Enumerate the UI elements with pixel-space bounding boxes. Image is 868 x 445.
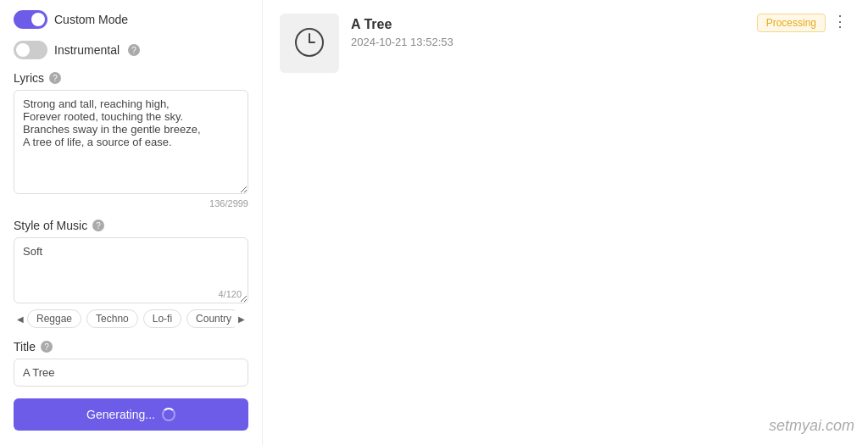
song-thumbnail xyxy=(280,14,339,73)
clock-icon xyxy=(294,27,325,60)
style-area-wrapper: 4/120 xyxy=(14,237,248,306)
instrumental-toggle[interactable] xyxy=(14,41,47,59)
instrumental-help-icon[interactable]: ? xyxy=(128,44,140,56)
spinner-icon xyxy=(162,408,175,421)
genre-tags-row: ◀ ReggaeTechnoLo-fiCountryPunkSwing ▶ xyxy=(14,309,248,328)
style-help-icon[interactable]: ? xyxy=(92,220,104,231)
song-card: A Tree 2024-10-21 13:52:53 Processing ⋮ xyxy=(280,14,851,73)
instrumental-row: Instrumental ? xyxy=(14,41,248,59)
left-panel: Custom Mode Instrumental ? Lyrics ? 136/… xyxy=(0,0,263,445)
scroll-right-arrow[interactable]: ▶ xyxy=(235,312,248,325)
title-section-label: Title ? xyxy=(14,340,248,353)
style-section: Style of Music ? 4/120 ◀ ReggaeTechnoLo-… xyxy=(14,219,248,328)
custom-mode-row: Custom Mode xyxy=(14,10,248,29)
style-textarea[interactable] xyxy=(14,237,248,303)
lyrics-section-label: Lyrics ? xyxy=(14,71,248,85)
style-char-count: 4/120 xyxy=(218,289,242,299)
lyrics-textarea[interactable] xyxy=(14,90,248,194)
lyrics-help-icon[interactable]: ? xyxy=(49,72,61,84)
scroll-left-arrow[interactable]: ◀ xyxy=(14,312,27,325)
lyrics-char-count: 136/2999 xyxy=(14,198,248,209)
genre-tag[interactable]: Techno xyxy=(86,309,138,328)
genre-tag[interactable]: Reggae xyxy=(27,309,81,328)
more-options-button[interactable]: ⋮ xyxy=(829,14,851,29)
style-section-label: Style of Music ? xyxy=(14,219,248,232)
custom-mode-label: Custom Mode xyxy=(54,13,128,26)
genre-tags-container: ReggaeTechnoLo-fiCountryPunkSwing xyxy=(27,309,235,328)
watermark: setmyai.com xyxy=(769,417,854,435)
genre-tag[interactable]: Country xyxy=(186,309,235,328)
song-date: 2024-10-21 13:52:53 xyxy=(351,36,851,48)
title-section: Title ? xyxy=(14,340,248,387)
title-input[interactable] xyxy=(14,359,248,387)
genre-tag[interactable]: Lo-fi xyxy=(143,309,181,328)
title-help-icon[interactable]: ? xyxy=(41,341,53,353)
generate-label: Generating... xyxy=(86,408,155,421)
instrumental-label: Instrumental xyxy=(54,43,120,57)
custom-mode-toggle[interactable] xyxy=(14,10,47,29)
right-panel: A Tree 2024-10-21 13:52:53 Processing ⋮ … xyxy=(263,0,868,445)
processing-badge: Processing xyxy=(757,14,826,32)
generate-button[interactable]: Generating... xyxy=(14,398,248,431)
